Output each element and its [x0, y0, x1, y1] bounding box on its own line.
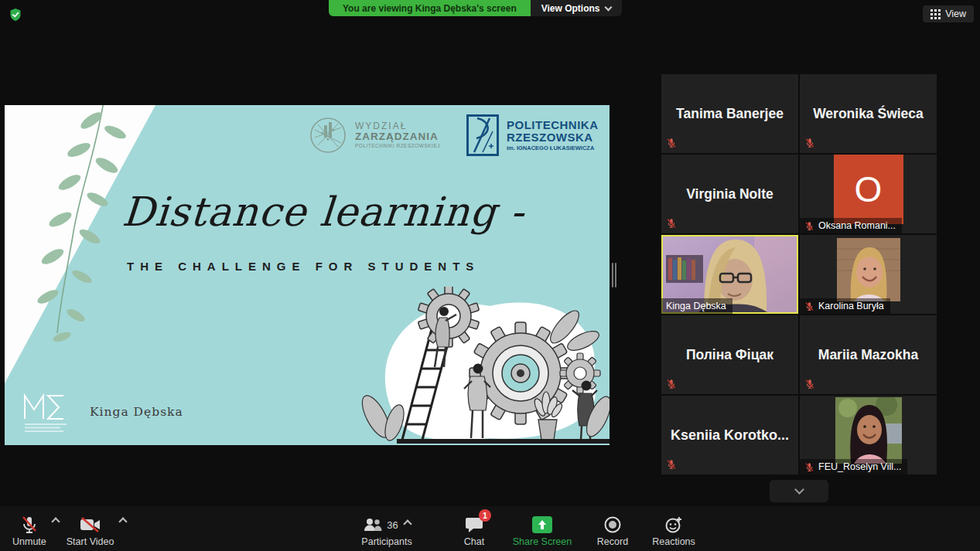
participant-tile[interactable]: Weronika Świeca: [800, 74, 937, 153]
participant-tile[interactable]: O Oksana Romani...: [800, 155, 937, 233]
wydzial-line2: ZARZĄDZANIA: [355, 131, 440, 142]
wydzial-line3: POLITECHNIKI RZESZOWSKIEJ: [355, 144, 440, 149]
participant-tile[interactable]: Karolina Buryła: [800, 235, 937, 314]
avatar-photo: [835, 397, 902, 464]
view-options-label: View Options: [541, 3, 600, 14]
avatar: O: [834, 155, 903, 224]
wydzial-line1: WYDZIAŁ: [355, 121, 440, 131]
slide-subtitle: THE CHALLENGE FOR STUDENTS: [127, 260, 480, 273]
participant-name: FEU_Roselyn Vill...: [818, 461, 901, 472]
camera-muted-icon: [80, 517, 101, 532]
participant-tile-active-speaker[interactable]: Kinga Dębska: [661, 235, 798, 314]
meeting-toolbar: Unmute Start Video: [0, 506, 980, 551]
politechnika-logo: POLITECHNIKA RZESZOWSKA im. IGNACEGO ŁUK…: [466, 114, 599, 156]
muted-mic-icon: [804, 379, 815, 389]
politechnika-line2: RZESZOWSKA: [507, 131, 599, 144]
record-label: Record: [597, 536, 628, 547]
participant-name: Mariia Mazokha: [800, 315, 937, 394]
record-icon: [604, 516, 621, 533]
wydzial-globe-icon: [309, 116, 347, 155]
presenter-monogram-logo: [19, 389, 80, 437]
participant-tile[interactable]: Kseniia Korotko...: [661, 396, 798, 474]
record-button[interactable]: Record: [585, 506, 640, 551]
participants-icon: [363, 517, 383, 532]
video-options-caret[interactable]: [119, 517, 128, 525]
screen-share-banner-group: You are viewing Kinga Dębska's screen Vi…: [329, 0, 622, 16]
politechnika-line1: POLITECHNIKA: [507, 119, 599, 131]
muted-mic-icon: [804, 462, 814, 472]
muted-mic-icon: [804, 138, 815, 148]
view-options-button[interactable]: View Options: [531, 0, 622, 16]
politechnika-line3: im. IGNACEGO ŁUKASIEWICZA: [507, 145, 599, 151]
start-video-label: Start Video: [67, 536, 114, 547]
participant-tile[interactable]: Tanima Banerjee: [661, 74, 798, 153]
shared-screen-slide: WYDZIAŁ ZARZĄDZANIA POLITECHNIKI RZESZOW…: [5, 105, 610, 445]
participants-count: 36: [387, 519, 398, 531]
avatar-letter: O: [855, 168, 883, 210]
panel-resize-handle[interactable]: [612, 263, 617, 287]
unmute-label: Unmute: [12, 536, 46, 547]
muted-mic-icon: [666, 218, 677, 229]
participant-name: Weronika Świeca: [800, 74, 937, 153]
participant-name: Поліна Фіцак: [661, 315, 798, 394]
slide-logos: WYDZIAŁ ZARZĄDZANIA POLITECHNIKI RZESZOW…: [309, 114, 599, 156]
participant-name: Karolina Buryła: [818, 301, 884, 311]
reactions-label: Reactions: [652, 536, 695, 547]
participant-name: Kseniia Korotko...: [661, 396, 798, 474]
reactions-button[interactable]: Reactions: [640, 506, 707, 551]
share-screen-button[interactable]: Share Screen: [500, 506, 585, 551]
participants-caret[interactable]: [403, 519, 411, 528]
start-video-button[interactable]: Start Video: [67, 506, 114, 551]
muted-mic-icon: [666, 138, 677, 148]
security-shield-icon[interactable]: [9, 8, 22, 22]
participant-name: Kinga Dębska: [666, 301, 726, 311]
chat-label: Chat: [464, 536, 484, 547]
viewing-banner: You are viewing Kinga Dębska's screen: [329, 0, 531, 16]
politechnika-monogram-icon: [466, 114, 499, 156]
participant-tile[interactable]: Mariia Mazokha: [800, 315, 937, 394]
share-screen-label: Share Screen: [513, 536, 572, 547]
participant-name: Tanima Banerjee: [661, 74, 798, 153]
avatar-photo: [837, 238, 900, 301]
participant-tile[interactable]: Virginia Nolte: [661, 155, 798, 233]
chat-button[interactable]: 1 Chat: [449, 506, 500, 551]
participants-label: Participants: [361, 536, 411, 547]
muted-mic-icon: [666, 459, 677, 470]
participants-gallery: Tanima Banerjee Weronika Świeca Virginia…: [661, 74, 937, 474]
gallery-scroll-down-button[interactable]: [770, 480, 828, 502]
slide-leaf-decoration: [5, 105, 237, 399]
gears-teamwork-illustration: [354, 287, 610, 445]
unmute-button[interactable]: Unmute: [12, 506, 46, 551]
participant-tile[interactable]: FEU_Roselyn Vill...: [800, 396, 937, 474]
wydzial-logo: WYDZIAŁ ZARZĄDZANIA POLITECHNIKI RZESZOW…: [309, 116, 440, 155]
muted-mic-icon: [804, 221, 814, 231]
participant-name: Oksana Romani...: [818, 220, 896, 231]
top-bar: You are viewing Kinga Dębska's screen Vi…: [0, 0, 980, 23]
chat-badge: 1: [479, 509, 491, 522]
share-screen-icon: [531, 516, 554, 533]
muted-mic-icon: [804, 301, 814, 311]
view-button[interactable]: View: [923, 5, 974, 22]
participant-tile[interactable]: Поліна Фіцак: [661, 315, 798, 394]
participants-button[interactable]: 36 Participants: [348, 506, 425, 551]
reactions-icon: [664, 515, 683, 534]
presenter-name: Kinga Dębska: [90, 405, 183, 419]
mic-muted-icon: [20, 515, 39, 534]
chevron-down-icon: [604, 3, 612, 11]
grid-view-icon: [930, 9, 941, 19]
chevron-down-icon: [794, 485, 804, 495]
view-button-label: View: [945, 9, 966, 19]
participant-name: Virginia Nolte: [661, 155, 798, 233]
mic-options-caret[interactable]: [51, 517, 60, 525]
slide-title: Distance learning -: [121, 189, 588, 235]
muted-mic-icon: [666, 379, 677, 389]
